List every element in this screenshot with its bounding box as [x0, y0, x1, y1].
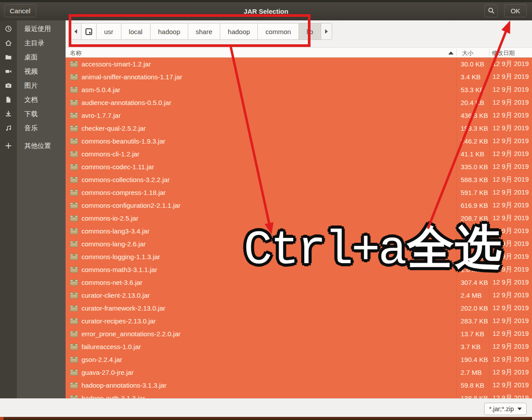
file-modified-date: 12 9月 2019 — [493, 160, 529, 173]
file-row-5[interactable]: checker-qual-2.5.2.jar193.3 KB12 9月 2019 — [66, 122, 532, 135]
sidebar-item-label: 最近使用 — [24, 25, 51, 33]
search-button[interactable] — [484, 4, 498, 17]
column-header-name[interactable]: 名称 — [70, 49, 82, 57]
filter-value: *.jar;*.zip — [489, 405, 514, 412]
jar-file-icon — [70, 331, 78, 337]
file-size: 434.7 KB — [461, 225, 488, 237]
sidebar-item-1[interactable]: 主目录 — [0, 36, 66, 50]
jar-file-icon — [70, 61, 78, 67]
file-row-22[interactable]: failureaccess-1.0.jar3.7 KB12 9月 2019 — [66, 340, 532, 353]
pathbar-crumb-share[interactable]: share — [188, 23, 221, 40]
file-row-1[interactable]: animal-sniffer-annotations-1.17.jar3.4 K… — [66, 70, 532, 83]
file-row-13[interactable]: commons-lang3-3.4.jar434.7 KB12 9月 2019 — [66, 225, 532, 237]
desktop-folder-icon — [5, 54, 12, 61]
file-size: 190.4 KB — [461, 353, 488, 366]
pathbar-crumb-common[interactable]: common — [257, 23, 299, 40]
file-name: curator-client-2.13.0.jar — [82, 289, 150, 302]
jar-file-icon — [70, 113, 78, 119]
pathbar-crumb-hadoop[interactable]: hadoop — [220, 23, 258, 40]
sidebar-item-6[interactable]: 下载 — [0, 107, 66, 121]
pathbar-crumb-local[interactable]: local — [121, 23, 151, 40]
file-name: commons-net-3.6.jar — [82, 276, 143, 289]
sidebar-item-label: 图片 — [24, 82, 38, 90]
sidebar-item-5[interactable]: 文档 — [0, 93, 66, 107]
file-row-4[interactable]: avro-1.7.7.jar436.3 KB12 9月 2019 — [66, 109, 532, 122]
file-name: commons-collections-3.2.2.jar — [82, 173, 170, 186]
column-divider — [489, 49, 489, 56]
file-modified-date: 12 9月 2019 — [493, 392, 529, 398]
pathbar-forward-button[interactable] — [321, 23, 332, 40]
file-name: failureaccess-1.0.jar — [82, 340, 141, 353]
file-row-24[interactable]: guava-27.0-jre.jar2.7 MB12 9月 2019 — [66, 366, 532, 379]
sidebar-item-2[interactable]: 桌面 — [0, 50, 66, 64]
file-name: commons-math3-3.1.1.jar — [82, 263, 157, 276]
file-name: gson-2.2.4.jar — [82, 353, 122, 366]
file-name: commons-compress-1.18.jar — [82, 186, 166, 199]
column-divider — [456, 49, 457, 56]
file-row-15[interactable]: commons-logging-1.1.3.jar62.1 KB12 9月 20… — [66, 250, 532, 263]
file-row-18[interactable]: curator-client-2.13.0.jar2.4 MB12 9月 201… — [66, 289, 532, 302]
file-row-7[interactable]: commons-cli-1.2.jar41.1 KB12 9月 2019 — [66, 148, 532, 160]
file-modified-date: 12 9月 2019 — [493, 379, 529, 392]
sidebar-item-7[interactable]: 音乐 — [0, 121, 66, 135]
file-modified-date: 12 9月 2019 — [493, 263, 529, 276]
file-size: 616.9 KB — [461, 199, 488, 212]
file-row-12[interactable]: commons-io-2.5.jar208.7 KB12 9月 2019 — [66, 212, 532, 225]
file-modified-date: 12 9月 2019 — [493, 289, 529, 302]
jar-file-icon — [70, 125, 78, 132]
pathbar-back-button[interactable] — [70, 23, 82, 40]
file-row-21[interactable]: error_prone_annotations-2.2.0.jar13.7 KB… — [66, 327, 532, 340]
file-row-26[interactable]: hadoop-auth-3.1.3.jar138.8 KB12 9月 2019 — [66, 392, 532, 398]
file-size: 20.4 KB — [461, 96, 484, 109]
file-row-16[interactable]: commons-math3-3.1.1.jar1.6 MB12 9月 2019 — [66, 263, 532, 276]
ok-button[interactable]: OK — [504, 4, 527, 17]
file-size: 1.6 MB — [461, 263, 482, 276]
jar-file-icon — [70, 241, 78, 247]
sidebar-item-3[interactable]: 视频 — [0, 64, 66, 78]
pathbar-crumb-usr[interactable]: usr — [96, 23, 121, 40]
jar-file-icon — [70, 164, 78, 170]
file-row-14[interactable]: commons-lang-2.6.jar284.2 KB12 9月 2019 — [66, 237, 532, 250]
file-row-20[interactable]: curator-recipes-2.13.0.jar283.7 KB12 9月 … — [66, 315, 532, 327]
file-size: 591.7 KB — [461, 186, 488, 199]
file-row-9[interactable]: commons-collections-3.2.2.jar588.3 KB12 … — [66, 173, 532, 186]
pathbar-root-button[interactable] — [81, 23, 97, 40]
file-name: accessors-smart-1.2.jar — [82, 58, 151, 70]
file-name: asm-5.0.4.jar — [82, 83, 120, 96]
pictures-icon — [5, 82, 12, 89]
sidebar-item-label: 桌面 — [24, 53, 38, 62]
other-locations-icon — [5, 142, 12, 149]
column-header-size[interactable]: 大小 — [462, 49, 474, 57]
sidebar-item-4[interactable]: 图片 — [0, 78, 66, 93]
file-size: 307.4 KB — [461, 276, 488, 289]
jar-file-icon — [70, 100, 78, 106]
file-modified-date: 12 9月 2019 — [493, 70, 529, 83]
file-modified-date: 12 9月 2019 — [493, 199, 529, 212]
file-modified-date: 12 9月 2019 — [493, 237, 529, 250]
sidebar-item-label: 其他位置 — [24, 142, 51, 150]
file-name: guava-27.0-jre.jar — [82, 366, 134, 379]
file-name: commons-lang-2.6.jar — [82, 237, 146, 250]
file-row-6[interactable]: commons-beanutils-1.9.3.jar246.2 KB12 9月… — [66, 135, 532, 148]
sidebar-item-0[interactable]: 最近使用 — [0, 22, 66, 36]
file-row-23[interactable]: gson-2.2.4.jar190.4 KB12 9月 2019 — [66, 353, 532, 366]
file-row-17[interactable]: commons-net-3.6.jar307.4 KB12 9月 2019 — [66, 276, 532, 289]
jar-file-icon — [70, 177, 78, 183]
file-row-10[interactable]: commons-compress-1.18.jar591.7 KB12 9月 2… — [66, 186, 532, 199]
file-row-8[interactable]: commons-codec-1.11.jar335.0 KB12 9月 2019 — [66, 160, 532, 173]
sidebar-item-8[interactable]: 其他位置 — [0, 139, 66, 153]
chevron-left-icon — [74, 29, 77, 34]
jar-selection-dialog: Cancel JAR Selection OK 最近使用主目录桌面视频图片文档下… — [0, 0, 532, 420]
header-bar: Cancel JAR Selection OK — [0, 2, 532, 21]
file-row-19[interactable]: curator-framework-2.13.0.jar202.0 KB12 9… — [66, 302, 532, 315]
cancel-button[interactable]: Cancel — [4, 4, 36, 17]
column-header-modified[interactable]: 修改日期 — [492, 49, 515, 57]
file-row-2[interactable]: asm-5.0.4.jar53.3 KB12 9月 2019 — [66, 83, 532, 96]
file-row-11[interactable]: commons-configuration2-2.1.1.jar616.9 KB… — [66, 199, 532, 212]
pathbar-crumb-hadoop[interactable]: hadoop — [150, 23, 188, 40]
pathbar-crumb-lib[interactable]: lib — [299, 23, 321, 40]
file-row-3[interactable]: audience-annotations-0.5.0.jar20.4 KB12 … — [66, 96, 532, 109]
file-row-25[interactable]: hadoop-annotations-3.1.3.jar59.8 KB12 9月… — [66, 379, 532, 392]
file-type-filter-dropdown[interactable]: *.jar;*.zip — [484, 403, 527, 415]
file-row-0[interactable]: accessors-smart-1.2.jar30.0 KB12 9月 2019 — [66, 58, 532, 70]
